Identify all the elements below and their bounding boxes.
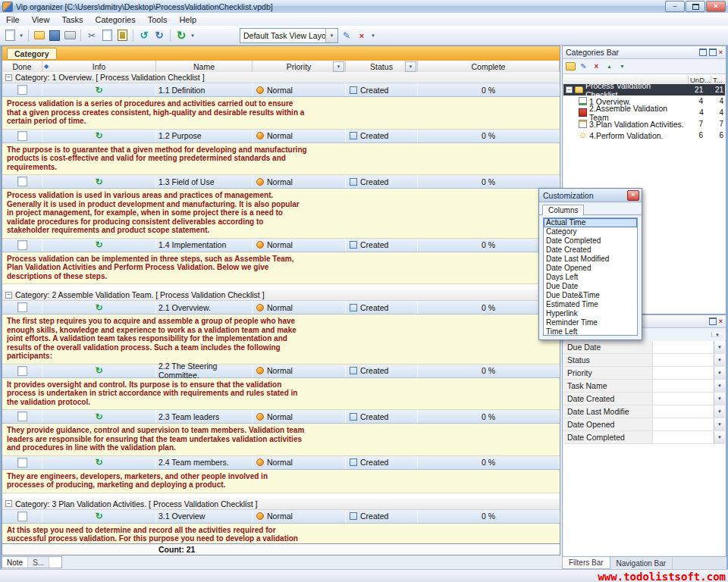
column-header-done[interactable]: Done: [2, 61, 42, 72]
column-header-name[interactable]: Name: [156, 61, 253, 72]
task-view-layout-combo[interactable]: Default Task View Layout ▼: [240, 28, 338, 43]
task-row[interactable]: ↻ 1.2 Purpose Normal Created 0 %: [2, 130, 560, 143]
new-task-dropdown[interactable]: ▼: [18, 33, 24, 38]
move-down-button[interactable]: ▼: [617, 61, 627, 71]
collapse-icon[interactable]: −: [5, 500, 12, 507]
done-checkbox[interactable]: [17, 512, 27, 521]
layout-dropdown[interactable]: ▼: [370, 33, 376, 38]
move-up-button[interactable]: ▲: [604, 61, 614, 71]
delete-layout-button[interactable]: ×: [355, 29, 369, 42]
chevron-down-icon[interactable]: ▼: [325, 29, 337, 42]
copy-button[interactable]: [100, 29, 114, 42]
list-item[interactable]: Due Date&Time: [544, 291, 637, 300]
group-by-category-chip[interactable]: Category: [7, 48, 57, 60]
chevron-down-icon[interactable]: ▼: [714, 341, 725, 353]
tab-note[interactable]: Note: [2, 557, 28, 568]
task-row[interactable]: ↻ 3.1 Overview Normal Created 0 %: [2, 510, 560, 524]
total-column-header[interactable]: T...: [711, 76, 726, 84]
task-name[interactable]: 1.3 Field of Use: [156, 175, 253, 188]
task-row[interactable]: ↻ 1.1 Definition Normal Created 0 %: [2, 83, 560, 97]
dock-icon[interactable]: [709, 318, 717, 325]
list-item[interactable]: Date Last Modified: [544, 255, 637, 264]
maximize-button[interactable]: [686, 1, 705, 12]
menu-file[interactable]: File: [0, 13, 26, 26]
column-header-complete[interactable]: Complete: [418, 61, 560, 72]
chevron-down-icon[interactable]: ▼: [714, 431, 725, 443]
task-name[interactable]: 2.2 The Steering Committee.: [156, 365, 253, 377]
tab-s[interactable]: S...: [28, 557, 49, 568]
tab-filters-bar[interactable]: Filters Bar: [562, 557, 610, 569]
close-button[interactable]: ×: [706, 1, 726, 12]
chevron-down-icon[interactable]: ▼: [714, 380, 725, 392]
task-row[interactable]: ↻ 2.2 The Steering Committee. Normal Cre…: [2, 365, 560, 378]
chevron-down-icon[interactable]: ▼: [714, 367, 725, 379]
open-button[interactable]: [33, 29, 46, 42]
task-name[interactable]: 1.4 Implementation: [156, 239, 253, 252]
dock-icon[interactable]: [699, 48, 707, 56]
list-item[interactable]: Actual Time: [544, 218, 637, 227]
edit-category-button[interactable]: ✎: [579, 61, 588, 71]
undo-button[interactable]: ↺: [137, 29, 151, 42]
collapse-icon[interactable]: −: [5, 74, 12, 81]
undone-column-header[interactable]: UnD...: [688, 76, 711, 84]
close-panel-icon[interactable]: ×: [719, 318, 723, 325]
done-checkbox[interactable]: [17, 366, 27, 376]
list-item[interactable]: Date Completed: [544, 236, 637, 246]
done-checkbox[interactable]: [17, 177, 27, 186]
filter-field-row[interactable]: Date Opened ▼: [563, 418, 725, 431]
dialog-title-bar[interactable]: Customization ×: [539, 189, 642, 202]
task-row[interactable]: ↻ 1.4 Implementation Normal Created 0 %: [2, 239, 560, 252]
done-checkbox[interactable]: [17, 85, 27, 95]
list-item[interactable]: Reminder Time: [544, 318, 637, 327]
list-item[interactable]: Date Opened: [544, 264, 637, 273]
task-row[interactable]: ↻ 2.1 Overvview. Normal Created 0 %: [2, 301, 560, 314]
collapse-icon[interactable]: −: [566, 86, 573, 93]
filter-field-row[interactable]: Date Created ▼: [563, 393, 725, 405]
tree-item[interactable]: 3.Plan Validation Activities. 7 7: [563, 118, 725, 130]
minimize-button[interactable]: –: [665, 1, 685, 12]
task-name[interactable]: 3.1 Overview: [156, 510, 253, 523]
done-checkbox[interactable]: [17, 411, 27, 421]
task-name[interactable]: 1.2 Purpose: [156, 130, 253, 142]
done-checkbox[interactable]: [17, 458, 27, 468]
filter-field-row[interactable]: Priority ▼: [563, 367, 725, 380]
group-header[interactable]: − Category: 3 Plan Validation Activities…: [2, 499, 560, 510]
list-item[interactable]: Category: [544, 227, 637, 236]
tab-navigation-bar[interactable]: Navigation Bar: [610, 557, 673, 569]
title-bar[interactable]: Vip organizer [C:\Users\dmitry\Desktop\P…: [0, 0, 728, 14]
chevron-down-icon[interactable]: ▼: [714, 418, 725, 430]
task-name[interactable]: 2.1 Overvview.: [156, 301, 253, 314]
redo-button[interactable]: ↻: [152, 29, 166, 42]
task-row[interactable]: ↻ 2.4 Team members. Normal Created 0 %: [2, 456, 560, 470]
menu-categories[interactable]: Categories: [89, 13, 142, 26]
list-item[interactable]: Estimated Time: [544, 300, 637, 309]
filter-field-row[interactable]: Date Completed ▼: [563, 431, 725, 444]
done-checkbox[interactable]: [17, 240, 27, 250]
done-checkbox[interactable]: [17, 131, 27, 141]
task-row[interactable]: ↻ 1.3 Field of Use Normal Created 0 %: [2, 175, 560, 189]
column-header-info[interactable]: ◆ Info: [42, 61, 156, 72]
priority-filter-button[interactable]: ▼: [333, 61, 344, 72]
menu-tasks[interactable]: Tasks: [55, 13, 89, 26]
paste-button[interactable]: [115, 29, 129, 42]
refresh-dropdown[interactable]: ▼: [190, 33, 196, 38]
task-name[interactable]: 2.3 Team leaders: [156, 410, 253, 423]
task-name[interactable]: 2.4 Team members.: [156, 456, 253, 469]
column-header-priority[interactable]: Priority ▼: [253, 61, 346, 72]
save-button[interactable]: [48, 29, 61, 42]
new-category-button[interactable]: [566, 61, 576, 71]
filter-field-row[interactable]: Status ▼: [563, 354, 725, 367]
menu-view[interactable]: View: [26, 13, 56, 26]
list-item[interactable]: Days Left: [544, 273, 637, 282]
filter-field-row[interactable]: Due Date ▼: [563, 341, 725, 354]
delete-category-button[interactable]: ×: [592, 61, 601, 71]
edit-layout-button[interactable]: ✎: [340, 29, 353, 42]
tree-item[interactable]: ☺ 4.Perform Validation. 6 6: [563, 130, 725, 141]
print-button[interactable]: [63, 29, 77, 42]
menu-tools[interactable]: Tools: [142, 13, 174, 26]
status-filter-button[interactable]: ▼: [405, 61, 416, 72]
task-row[interactable]: ↻ 2.3 Team leaders Normal Created 0 %: [2, 410, 560, 424]
close-panel-icon[interactable]: ×: [719, 49, 723, 56]
list-item[interactable]: Date Created: [544, 246, 637, 255]
group-header[interactable]: − Category: 1 Overview. [ Process Valida…: [2, 72, 560, 83]
